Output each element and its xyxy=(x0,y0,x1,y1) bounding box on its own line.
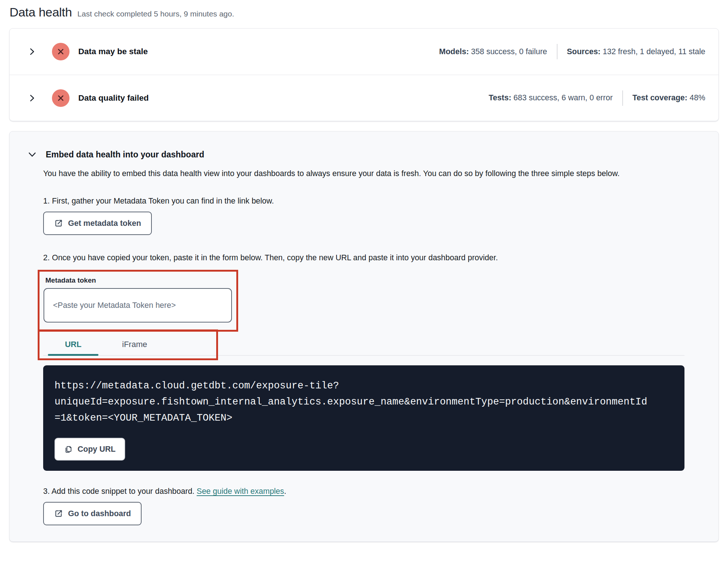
stat-divider xyxy=(622,90,623,106)
models-stat: Models: 358 success, 0 failure xyxy=(439,47,547,56)
collapse-embed-button[interactable] xyxy=(27,149,38,160)
tests-stat: Tests: 683 success, 6 warn, 0 error xyxy=(489,93,613,102)
chevron-right-icon xyxy=(27,93,37,103)
get-metadata-token-button[interactable]: Get metadata token xyxy=(43,212,152,235)
go-to-dashboard-label: Go to dashboard xyxy=(68,509,131,518)
status-row-stale[interactable]: Data may be stale Models: 358 success, 0… xyxy=(10,29,718,75)
page-title: Data health xyxy=(10,5,72,19)
embed-tabs-section: URL iFrame xyxy=(10,332,718,356)
copy-url-label: Copy URL xyxy=(78,445,116,454)
tab-iframe[interactable]: iFrame xyxy=(107,332,162,355)
status-row-stats: Tests: 683 success, 6 warn, 0 error Test… xyxy=(489,90,705,106)
page-header: Data health Last check completed 5 hours… xyxy=(10,5,719,19)
coverage-stat: Test coverage: 48% xyxy=(633,93,705,102)
external-link-icon xyxy=(54,509,63,518)
error-status-icon xyxy=(52,43,70,60)
embed-description: You have the ability to embed this data … xyxy=(43,166,680,181)
code-line: =1&token=<YOUR_METADATA_TOKEN> xyxy=(55,410,673,426)
embed-url-code-block: https://metadata.cloud.getdbt.com/exposu… xyxy=(43,365,684,471)
get-metadata-token-label: Get metadata token xyxy=(68,219,141,228)
embed-section-header[interactable]: Embed data health into your dashboard xyxy=(27,149,718,160)
guide-link[interactable]: See guide with examples xyxy=(197,487,284,496)
status-row-quality[interactable]: Data quality failed Tests: 683 success, … xyxy=(10,75,718,121)
embed-section: Embed data health into your dashboard Yo… xyxy=(9,131,719,542)
step3-text: 3. Add this code snippet to your dashboa… xyxy=(43,487,685,496)
chevron-down-icon xyxy=(27,149,37,160)
step2-text: 2. Once you have copied your token, past… xyxy=(43,253,685,262)
expand-quality-button[interactable] xyxy=(26,93,37,104)
copy-url-button[interactable]: Copy URL xyxy=(55,438,125,461)
status-row-stats: Models: 358 success, 0 failure Sources: … xyxy=(439,44,705,59)
status-card: Data may be stale Models: 358 success, 0… xyxy=(9,28,719,121)
x-icon xyxy=(56,93,65,103)
error-status-icon xyxy=(52,89,70,107)
external-link-icon xyxy=(54,219,63,228)
x-icon xyxy=(56,47,65,56)
go-to-dashboard-button[interactable]: Go to dashboard xyxy=(43,502,142,525)
data-health-page: Data health Last check completed 5 hours… xyxy=(0,0,728,574)
expand-stale-button[interactable] xyxy=(26,46,37,57)
step1-text: 1. First, gather your Metadata Token you… xyxy=(43,197,685,206)
token-field-label: Metadata token xyxy=(45,276,236,284)
tab-url[interactable]: URL xyxy=(48,332,98,355)
last-check-status: Last check completed 5 hours, 9 minutes … xyxy=(78,10,234,18)
metadata-token-input[interactable] xyxy=(44,288,232,323)
status-row-title: Data quality failed xyxy=(78,93,149,103)
embed-section-title: Embed data health into your dashboard xyxy=(46,150,204,160)
code-line: uniqueId=exposure.fishtown_internal_anal… xyxy=(55,394,673,410)
stat-divider xyxy=(557,44,558,59)
status-row-title: Data may be stale xyxy=(78,47,148,56)
token-annotation-box: Metadata token xyxy=(38,270,238,332)
copy-icon xyxy=(64,445,73,454)
sources-stat: Sources: 132 fresh, 1 delayed, 11 stale xyxy=(567,47,706,56)
chevron-right-icon xyxy=(27,47,37,56)
code-line: https://metadata.cloud.getdbt.com/exposu… xyxy=(55,378,673,394)
embed-tabs: URL iFrame xyxy=(43,332,684,356)
